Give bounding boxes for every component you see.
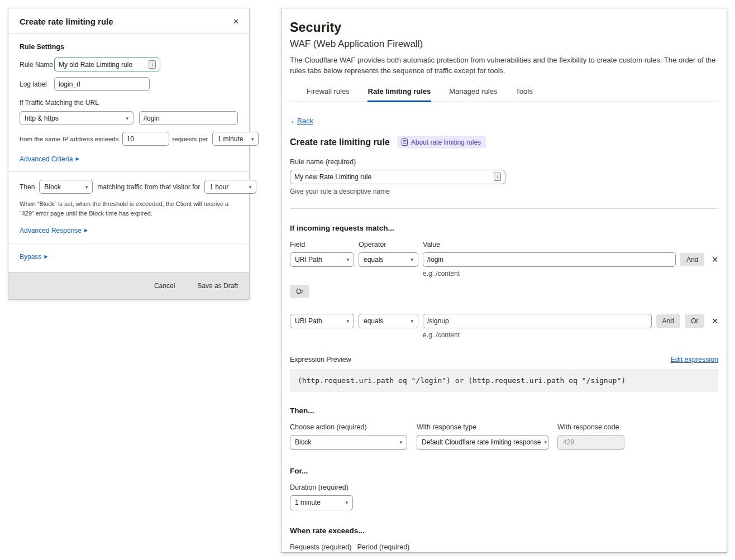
- chevron-down-icon: ▾: [346, 257, 349, 262]
- threshold-row: from the same IP address exceeds request…: [20, 132, 238, 146]
- action-select[interactable]: Block ▾: [290, 435, 407, 450]
- cancel-button[interactable]: Cancel: [154, 282, 175, 290]
- url-match-row: http & https ▾: [20, 111, 238, 125]
- log-label-field-wrap: [54, 77, 150, 91]
- save-as-draft-button[interactable]: Save as Draft: [197, 282, 238, 290]
- duration-select[interactable]: 1 minute ▾: [290, 495, 353, 510]
- dialog-title: Create rate limiting rule: [20, 17, 113, 26]
- dialog-footer: Cancel Save as Draft: [8, 272, 249, 299]
- value-input[interactable]: [427, 317, 647, 325]
- remove-condition-icon[interactable]: ✕: [712, 317, 718, 326]
- rule-name-input[interactable]: [294, 173, 490, 181]
- rule-name-label: Rule Name: [20, 61, 54, 69]
- operator-select[interactable]: equals ▾: [359, 252, 418, 267]
- remove-condition-icon[interactable]: ✕: [712, 255, 718, 264]
- requests-field-wrap: [122, 132, 169, 146]
- advanced-criteria-link[interactable]: Advanced Criteria ▶: [20, 155, 79, 163]
- field-select[interactable]: URI Path ▾: [290, 252, 354, 267]
- ban-duration-select[interactable]: 1 hour ▾: [204, 180, 256, 194]
- rate-section-title: When rate exceeds...: [290, 527, 718, 535]
- condition-column-labels: Field Operator Value: [290, 241, 718, 248]
- response-type-select[interactable]: Default Cloudflare rate limiting respons…: [417, 435, 548, 450]
- period-select[interactable]: 1 minute ▾: [212, 132, 259, 146]
- triangle-right-icon: ▶: [75, 157, 79, 161]
- value-field: [423, 314, 652, 328]
- triangle-right-icon: ▶: [44, 255, 47, 259]
- value-input[interactable]: [427, 256, 671, 264]
- rule-name-input[interactable]: [59, 61, 145, 69]
- field-column-label: Field: [290, 241, 359, 248]
- rule-name-field-wrap: ↓: [54, 58, 160, 71]
- traffic-match-label: If Traffic Matching the URL: [20, 99, 238, 107]
- back-arrow-icon: ←: [290, 117, 297, 125]
- tab-tools[interactable]: Tools: [515, 84, 533, 102]
- rule-name-row: Rule Name ↓: [20, 58, 238, 71]
- then-controls: Choose action (required) Block ▾ With re…: [290, 423, 718, 450]
- divider: [290, 208, 718, 209]
- divider: [8, 171, 249, 172]
- triangle-right-icon: ▶: [84, 228, 88, 233]
- value-field: [423, 252, 676, 267]
- or-connective-button[interactable]: Or: [290, 285, 309, 298]
- chevron-down-icon: ▾: [345, 500, 348, 505]
- autofill-icon[interactable]: ↓: [494, 173, 501, 181]
- match-section-title: If incoming requests match...: [290, 224, 718, 232]
- form-title: Create rate limiting rule: [290, 137, 390, 147]
- value-column-label: Value: [423, 241, 440, 248]
- waf-description: The Cloudflare WAF provides both automat…: [290, 55, 718, 76]
- edit-expression-link[interactable]: Edit expression: [671, 356, 718, 363]
- value-hint: e.g. /content: [423, 331, 718, 339]
- chevron-down-icon: ▾: [544, 439, 547, 445]
- for-section-title: For...: [290, 467, 718, 475]
- log-label-input[interactable]: [59, 80, 145, 88]
- url-input[interactable]: [144, 114, 233, 122]
- or-button[interactable]: Or: [685, 314, 704, 328]
- expression-header: Expression Preview Edit expression: [290, 356, 718, 363]
- dialog-header: Create rate limiting rule ✕: [8, 8, 249, 34]
- log-label-label: Log label: [20, 80, 54, 88]
- chevron-down-icon: ▾: [251, 136, 254, 142]
- for-section: For... Duration (required) 1 minute ▾: [290, 467, 718, 510]
- duration-label: Duration (required): [290, 484, 718, 491]
- rule-name-help: Give your rule a descriptive name: [290, 188, 718, 195]
- chevron-down-icon: ▾: [85, 184, 88, 190]
- form-title-row: Create rate limiting rule About rate lim…: [290, 136, 718, 149]
- value-hint: e.g. /content: [423, 270, 718, 277]
- autofill-icon[interactable]: ↓: [149, 60, 156, 69]
- url-field-wrap: [139, 111, 238, 125]
- tab-rate-limiting-rules[interactable]: Rate limiting rules: [367, 84, 432, 102]
- bypass-link[interactable]: Bypass ▶: [20, 253, 48, 261]
- page-subtitle: WAF (Web Application Firewall): [290, 39, 718, 50]
- rule-name-field: ↓: [290, 170, 505, 184]
- chevron-down-icon: ▾: [126, 116, 128, 121]
- waf-panel: Security WAF (Web Application Firewall) …: [281, 8, 727, 553]
- log-label-row: Log label: [20, 77, 238, 91]
- requests-label: Requests (required): [290, 543, 351, 551]
- rules-tabs: Firewall rules Rate limiting rules Manag…: [290, 84, 718, 102]
- and-button[interactable]: And: [656, 314, 680, 328]
- page-title: Security: [290, 20, 718, 35]
- tab-managed-rules[interactable]: Managed rules: [448, 84, 498, 102]
- response-code-input: [557, 435, 624, 450]
- condition-row: URI Path ▾ equals ▾ And ✕: [290, 252, 718, 267]
- about-rate-limiting-badge[interactable]: About rate limiting rules: [397, 136, 486, 149]
- legacy-rate-limit-dialog: Create rate limiting rule ✕ Rule Setting…: [8, 8, 250, 300]
- and-button[interactable]: And: [680, 253, 704, 266]
- response-code-label: With response code: [557, 423, 624, 431]
- operator-column-label: Operator: [359, 241, 423, 248]
- action-select[interactable]: Block ▾: [39, 180, 93, 194]
- rule-name-label: Rule name (required): [290, 158, 718, 166]
- tab-firewall-rules[interactable]: Firewall rules: [306, 84, 350, 102]
- requests-input[interactable]: [127, 135, 165, 143]
- advanced-response-link[interactable]: Advanced Response ▶: [20, 227, 88, 234]
- matching-text: matching traffic from that visitor for: [97, 183, 200, 191]
- scheme-select[interactable]: http & https ▾: [20, 111, 133, 125]
- chevron-down-icon: ▾: [346, 318, 349, 324]
- choose-action-label: Choose action (required): [290, 423, 407, 431]
- exceeds-text: from the same IP address exceeds: [20, 136, 119, 142]
- chevron-down-icon: ▾: [399, 439, 402, 445]
- back-link[interactable]: ←Back: [290, 117, 313, 125]
- field-select[interactable]: URI Path ▾: [290, 314, 354, 328]
- operator-select[interactable]: equals ▾: [359, 314, 418, 328]
- close-icon[interactable]: ✕: [233, 18, 239, 25]
